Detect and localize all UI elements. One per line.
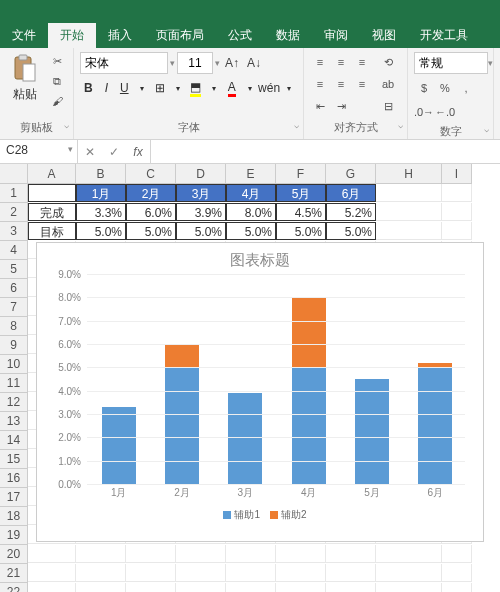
chart-legend[interactable]: 辅助1辅助2 xyxy=(37,504,483,526)
cell-B22[interactable] xyxy=(76,583,126,592)
cell-H2[interactable] xyxy=(376,203,442,221)
row-header-4[interactable]: 4 xyxy=(0,241,28,260)
cell-D20[interactable] xyxy=(176,545,226,563)
row-header-2[interactable]: 2 xyxy=(0,203,28,222)
row-header-1[interactable]: 1 xyxy=(0,184,28,203)
increase-font-button[interactable]: A↑ xyxy=(222,52,242,74)
phonetic-dropdown[interactable]: ▾ xyxy=(280,78,297,98)
align-left-button[interactable]: ≡ xyxy=(310,74,330,94)
col-header-A[interactable]: A xyxy=(28,164,76,184)
tab-数据[interactable]: 数据 xyxy=(264,23,312,48)
cell-D21[interactable] xyxy=(176,564,226,582)
align-right-button[interactable]: ≡ xyxy=(352,74,372,94)
cell-F1[interactable]: 5月 xyxy=(276,184,326,202)
align-bottom-button[interactable]: ≡ xyxy=(352,52,372,72)
border-button[interactable]: ⊞ xyxy=(152,78,169,98)
cell-D2[interactable]: 3.9% xyxy=(176,203,226,221)
cell-G1[interactable]: 6月 xyxy=(326,184,376,202)
decrease-decimal-button[interactable]: ←.0 xyxy=(435,102,455,122)
col-header-H[interactable]: H xyxy=(376,164,442,184)
col-header-E[interactable]: E xyxy=(226,164,276,184)
cell-H3[interactable] xyxy=(376,222,442,240)
cell-C3[interactable]: 5.0% xyxy=(126,222,176,240)
tab-页面布局[interactable]: 页面布局 xyxy=(144,23,216,48)
row-header-3[interactable]: 3 xyxy=(0,222,28,241)
row-header-21[interactable]: 21 xyxy=(0,564,28,583)
cancel-formula-button[interactable]: ✕ xyxy=(78,142,102,162)
col-header-G[interactable]: G xyxy=(326,164,376,184)
cell-F3[interactable]: 5.0% xyxy=(276,222,326,240)
row-header-10[interactable]: 10 xyxy=(0,355,28,374)
cell-A2[interactable]: 完成 xyxy=(28,203,76,221)
cell-E2[interactable]: 8.0% xyxy=(226,203,276,221)
orientation-button[interactable]: ⟲ xyxy=(378,52,398,72)
row-header-5[interactable]: 5 xyxy=(0,260,28,279)
increase-decimal-button[interactable]: .0→ xyxy=(414,102,434,122)
phonetic-button[interactable]: wén xyxy=(259,78,279,98)
font-size-input[interactable] xyxy=(177,52,213,74)
cell-B20[interactable] xyxy=(76,545,126,563)
formula-input[interactable] xyxy=(151,140,500,163)
cell-C1[interactable]: 2月 xyxy=(126,184,176,202)
row-header-13[interactable]: 13 xyxy=(0,412,28,431)
percent-button[interactable]: % xyxy=(435,78,455,98)
row-header-11[interactable]: 11 xyxy=(0,374,28,393)
cell-E3[interactable]: 5.0% xyxy=(226,222,276,240)
cell-F20[interactable] xyxy=(276,545,326,563)
comma-button[interactable]: , xyxy=(456,78,476,98)
cell-E20[interactable] xyxy=(226,545,276,563)
cell-A1[interactable] xyxy=(28,184,76,202)
cell-I22[interactable] xyxy=(442,583,472,592)
col-header-B[interactable]: B xyxy=(76,164,126,184)
cell-E1[interactable]: 4月 xyxy=(226,184,276,202)
tab-公式[interactable]: 公式 xyxy=(216,23,264,48)
cell-E21[interactable] xyxy=(226,564,276,582)
cell-B3[interactable]: 5.0% xyxy=(76,222,126,240)
cell-C20[interactable] xyxy=(126,545,176,563)
cell-I3[interactable] xyxy=(442,222,472,240)
enter-formula-button[interactable]: ✓ xyxy=(102,142,126,162)
cell-H21[interactable] xyxy=(376,564,442,582)
cell-I2[interactable] xyxy=(442,203,472,221)
chart-plot-area[interactable]: 0.0%1.0%2.0%3.0%4.0%5.0%6.0%7.0%8.0%9.0%… xyxy=(87,274,465,504)
cell-G20[interactable] xyxy=(326,545,376,563)
cell-D1[interactable]: 3月 xyxy=(176,184,226,202)
format-painter-button[interactable]: 🖌 xyxy=(48,92,66,110)
fill-color-button[interactable]: ⬒ xyxy=(187,78,204,98)
cell-C21[interactable] xyxy=(126,564,176,582)
row-header-14[interactable]: 14 xyxy=(0,431,28,450)
fill-color-dropdown[interactable]: ▾ xyxy=(205,78,222,98)
col-header-F[interactable]: F xyxy=(276,164,326,184)
cell-G22[interactable] xyxy=(326,583,376,592)
cell-F22[interactable] xyxy=(276,583,326,592)
select-all-corner[interactable] xyxy=(0,164,28,184)
cell-A20[interactable] xyxy=(28,545,76,563)
tab-插入[interactable]: 插入 xyxy=(96,23,144,48)
cell-B1[interactable]: 1月 xyxy=(76,184,126,202)
tab-文件[interactable]: 文件 xyxy=(0,23,48,48)
col-header-D[interactable]: D xyxy=(176,164,226,184)
cell-C2[interactable]: 6.0% xyxy=(126,203,176,221)
cell-I1[interactable] xyxy=(442,184,472,202)
row-header-19[interactable]: 19 xyxy=(0,526,28,545)
cell-A21[interactable] xyxy=(28,564,76,582)
cell-G21[interactable] xyxy=(326,564,376,582)
row-header-20[interactable]: 20 xyxy=(0,545,28,564)
cell-H20[interactable] xyxy=(376,545,442,563)
underline-dropdown[interactable]: ▾ xyxy=(134,78,151,98)
tab-审阅[interactable]: 审阅 xyxy=(312,23,360,48)
cut-button[interactable]: ✂ xyxy=(48,52,66,70)
chart-title[interactable]: 图表标题 xyxy=(37,243,483,274)
align-center-button[interactable]: ≡ xyxy=(331,74,351,94)
embedded-chart[interactable]: 图表标题 0.0%1.0%2.0%3.0%4.0%5.0%6.0%7.0%8.0… xyxy=(36,242,484,542)
merge-button[interactable]: ⊟ xyxy=(378,96,398,116)
cell-H22[interactable] xyxy=(376,583,442,592)
name-box[interactable]: C28 xyxy=(0,140,78,163)
col-header-C[interactable]: C xyxy=(126,164,176,184)
increase-indent-button[interactable]: ⇥ xyxy=(331,96,351,116)
font-name-input[interactable] xyxy=(80,52,168,74)
cell-D22[interactable] xyxy=(176,583,226,592)
italic-button[interactable]: I xyxy=(98,78,115,98)
font-color-dropdown[interactable]: ▾ xyxy=(241,78,258,98)
tab-开始[interactable]: 开始 xyxy=(48,23,96,48)
